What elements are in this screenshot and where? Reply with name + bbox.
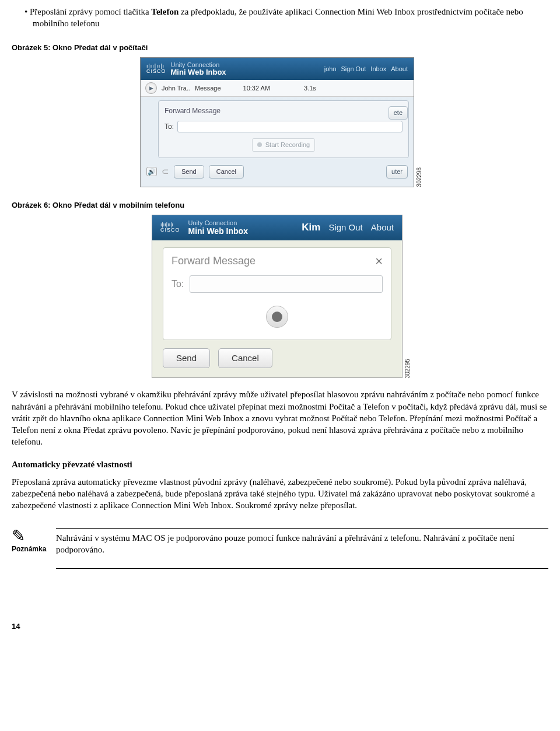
to-label: To: [164, 122, 174, 131]
desk-header: ı|ıı|ıı|ıCISCO Unity Connection Mini Web… [141, 58, 414, 80]
figure5-frame: ı|ıı|ıı|ıCISCO Unity Connection Mini Web… [12, 57, 548, 187]
record-dot-icon [272, 312, 282, 322]
signout-link[interactable]: Sign Out [341, 65, 366, 74]
message-row[interactable]: ▶ John Tra.. Message 10:32 AM 3.1s [141, 80, 414, 97]
bullet-forward-phone: Přeposlání zprávy pomocí tlačítka Telefo… [24, 6, 548, 30]
send-button[interactable]: Send [163, 348, 210, 368]
desk-body: ete Forward Message × To: Start Recordin… [141, 100, 414, 186]
bullet-bold: Telefon [151, 7, 178, 16]
about-link[interactable]: About [371, 222, 394, 233]
to-input[interactable] [190, 275, 383, 293]
start-recording-button[interactable]: Start Recording [252, 138, 315, 152]
mobile-header: ı|ıı|ıı|ıCISCO Unity Connection Mini Web… [152, 215, 402, 240]
record-dot-icon [257, 142, 262, 147]
user-label: john [324, 65, 337, 74]
forward-title: Forward Message [172, 254, 256, 268]
ete-fragment: ete [388, 106, 408, 120]
note-text: Nahrávání v systému MAC OS je podporován… [56, 533, 514, 554]
desk-footer: 🔊 ⊂ Send Cancel uter [141, 162, 414, 183]
cancel-button[interactable]: Cancel [209, 165, 244, 179]
record-button[interactable] [266, 306, 288, 328]
inbox-link[interactable]: Inbox [370, 65, 386, 74]
figure6-screenshot: ı|ıı|ıı|ıCISCO Unity Connection Mini Web… [152, 215, 402, 378]
send-button[interactable]: Send [174, 165, 204, 179]
to-label: To: [172, 278, 184, 291]
cisco-logo: ı|ıı|ıı|ıCISCO [146, 64, 166, 74]
play-icon[interactable]: ▶ [145, 82, 157, 94]
note-block: ✎ Poznámka Nahrávání v systému MAC OS je… [12, 528, 548, 569]
figure5-caption: Obrázek 5: Okno Předat dál v počítači [12, 43, 548, 53]
brand-line2: Mini Web Inbox [171, 68, 226, 76]
close-icon[interactable]: × [375, 253, 383, 270]
speaker-icon[interactable]: 🔊 [146, 167, 157, 176]
bullet-pre: Přeposlání zprávy pomocí tlačítka [30, 7, 151, 16]
user-label: Kim [302, 221, 320, 235]
brand-line2: Mini Web Inbox [188, 227, 248, 236]
page-number: 14 [12, 621, 548, 632]
app-brand: Unity Connection Mini Web Inbox [188, 220, 248, 235]
mobile-body: Forward Message × To: [152, 240, 402, 349]
forward-title: Forward Message [164, 106, 220, 116]
mobile-footer: Send Cancel [152, 348, 402, 377]
figure5-screenshot: ı|ıı|ıı|ıCISCO Unity Connection Mini Web… [140, 57, 414, 187]
uter-fragment: uter [386, 165, 408, 179]
figure6-frame: ı|ıı|ıı|ıCISCO Unity Connection Mini Web… [12, 215, 548, 378]
msg-from: John Tra.. [162, 84, 190, 93]
signout-link[interactable]: Sign Out [328, 222, 362, 233]
paragraph-playback-options: V závislosti na možnosti vybrané v okamž… [12, 389, 548, 447]
figure5-id: 302296 [415, 167, 424, 187]
app-brand: Unity Connection Mini Web Inbox [171, 61, 226, 76]
msg-time: 10:32 AM [243, 84, 270, 93]
subheading-auto-properties: Automaticky převzaté vlastnosti [12, 459, 548, 470]
paragraph-auto-properties: Přeposlaná zpráva automaticky převezme v… [12, 476, 548, 512]
forward-card: Forward Message × To: Start Recording [158, 100, 409, 158]
about-link[interactable]: About [391, 65, 408, 74]
figure6-caption: Obrázek 6: Okno Předat dál v mobilním te… [12, 200, 548, 211]
figure6-id: 302295 [404, 359, 412, 378]
cisco-logo: ı|ıı|ıı|ıCISCO [160, 222, 180, 233]
note-label: Poznámka [12, 544, 47, 554]
msg-duration: 3.1s [304, 84, 316, 93]
start-rec-label: Start Recording [265, 141, 310, 149]
forward-card: Forward Message × To: [163, 247, 391, 341]
cancel-button[interactable]: Cancel [218, 348, 272, 368]
to-input[interactable] [177, 121, 402, 132]
msg-subject: Message [195, 84, 221, 93]
note-icon: ✎ [12, 528, 47, 544]
